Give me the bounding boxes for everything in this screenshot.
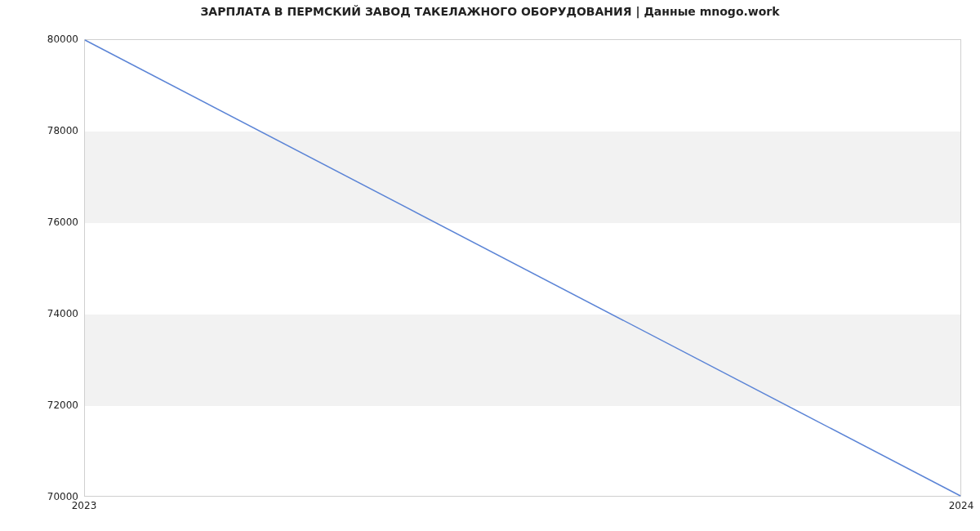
y-tick-label: 78000 xyxy=(5,125,78,136)
y-tick-label: 80000 xyxy=(5,33,78,45)
salary-line-chart: ЗАРПЛАТА В ПЕРМСКИЙ ЗАВОД ТАКЕЛАЖНОГО ОБ… xyxy=(0,0,980,531)
chart-title: ЗАРПЛАТА В ПЕРМСКИЙ ЗАВОД ТАКЕЛАЖНОГО ОБ… xyxy=(0,5,980,18)
y-tick-label: 72000 xyxy=(5,399,78,411)
plot-area xyxy=(84,39,961,497)
x-tick-label: 2023 xyxy=(72,500,97,511)
y-tick-label: 70000 xyxy=(5,491,78,502)
series-line xyxy=(85,40,960,496)
y-tick-label: 76000 xyxy=(5,216,78,228)
y-tick-label: 74000 xyxy=(5,308,78,319)
line-layer xyxy=(85,40,960,496)
x-tick-label: 2024 xyxy=(949,500,974,511)
